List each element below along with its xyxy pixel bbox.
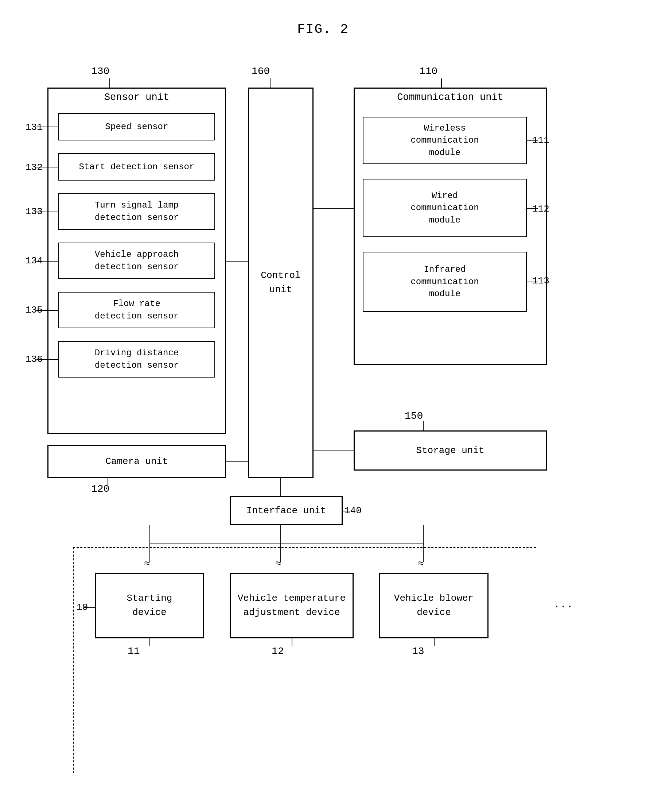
line-140 [343,511,350,511]
line-111 [527,140,538,141]
line-135 [37,310,58,311]
label-12: 12 [271,646,284,657]
blower-device-box: Vehicle blower device [379,573,489,638]
dashed-left [73,547,74,773]
label-150: 150 [405,411,423,422]
line-camera-control [226,461,248,462]
dashed-top [73,547,536,548]
diagram-area: 130 160 110 Sensor unit Speed sensor 131… [37,66,609,777]
storage-unit-label: Storage unit [416,445,484,456]
starting-device-label: Starting device [127,591,172,620]
line-control-storage [314,450,353,451]
interface-unit-label: Interface unit [247,505,326,516]
speed-sensor-label: Speed sensor [105,122,168,132]
starting-device-box: Starting device [95,573,204,638]
turn-signal-box: Turn signal lamp detection sensor [58,193,215,230]
label-132: 132 [26,162,43,173]
line-control-comm [314,208,353,209]
line-branch-connect [149,543,423,544]
label-130: 130 [91,66,110,77]
line-sensor-control [226,261,248,261]
dots-label: ... [553,598,573,611]
wired-module-box: Wired communication module [363,179,527,237]
vehicle-approach-box: Vehicle approach detection sensor [58,243,215,279]
infrared-module-label: Infrared communication module [410,263,479,300]
wired-module-label: Wired communication module [410,190,479,226]
line-134 [37,261,58,261]
flow-rate-label: Flow rate detection sensor [95,298,179,322]
communication-unit-label: Communication unit [353,87,547,103]
bracket-160 [270,78,271,87]
label-131: 131 [26,122,43,133]
bracket-13 [434,638,434,646]
label-120: 120 [91,483,110,495]
bracket-11 [149,638,150,646]
line-10 [84,607,95,608]
driving-distance-label: Driving distance detection sensor [95,347,179,371]
sensor-unit-label: Sensor unit [47,87,226,103]
line-133 [37,212,58,212]
label-112: 112 [532,203,549,215]
label-160: 160 [251,66,270,77]
line-136 [37,359,58,360]
infrared-module-box: Infrared communication module [363,252,527,312]
bracket-130 [110,78,110,87]
label-113: 113 [532,275,549,286]
storage-unit-box: Storage unit [353,430,547,470]
control-unit-label: Control unit [261,269,300,297]
interface-unit-box: Interface unit [230,496,343,525]
line-to-blower [423,525,424,562]
camera-unit-box: Camera unit [47,445,226,478]
temp-device-label: Vehicle temperature adjustment device [238,591,346,620]
bracket-110 [441,78,442,87]
speed-sensor-box: Speed sensor [58,113,215,140]
line-132 [37,167,58,168]
wavy-blower: ≈ [418,558,423,569]
bracket-150 [423,421,424,430]
wavy-starting: ≈ [144,558,149,569]
turn-signal-label: Turn signal lamp detection sensor [95,199,179,224]
label-110: 110 [419,66,437,77]
figure-title: FIG. 2 [0,0,646,37]
driving-distance-box: Driving distance detection sensor [58,341,215,377]
line-131 [37,127,58,127]
label-13: 13 [412,646,424,657]
vehicle-approach-label: Vehicle approach detection sensor [95,249,179,273]
start-detection-label: Start detection sensor [79,162,195,172]
line-112 [527,208,538,209]
wavy-temp: ≈ [275,558,281,569]
wireless-module-box: Wireless communication module [363,117,527,164]
bracket-120 [108,478,108,485]
temp-device-box: Vehicle temperature adjustment device [230,573,353,638]
label-11: 11 [128,646,140,657]
line-113 [527,282,538,282]
flow-rate-box: Flow rate detection sensor [58,292,215,328]
camera-unit-label: Camera unit [105,456,168,467]
control-unit-box: Control unit [248,87,314,478]
wireless-module-label: Wireless communication module [410,122,479,159]
line-control-interface [280,478,281,496]
start-detection-box: Start detection sensor [58,153,215,180]
bracket-12 [292,638,293,646]
blower-device-label: Vehicle blower device [394,591,474,620]
